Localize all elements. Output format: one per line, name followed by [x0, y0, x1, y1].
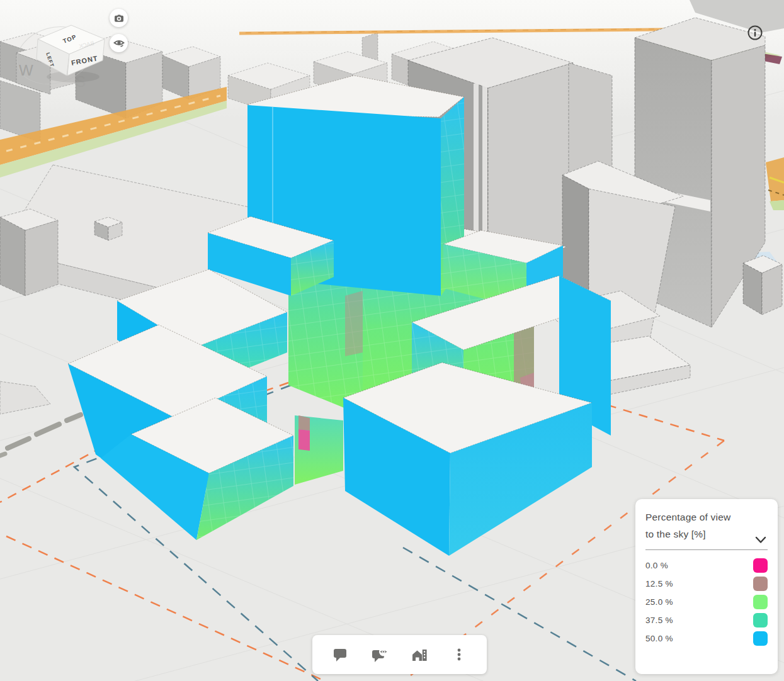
legend-label: 25.0 % [645, 597, 753, 607]
buildings-button[interactable] [409, 644, 430, 665]
info-button[interactable] [747, 25, 763, 41]
legend-row: 37.5 % [645, 611, 768, 629]
legend-swatch-25-percent [753, 595, 768, 609]
viewport[interactable]: W S [0, 0, 784, 681]
legend-label: 0.0 % [645, 561, 753, 570]
comment-icon [331, 646, 349, 663]
legend-label: 50.0 % [645, 634, 753, 643]
legend-title: Percentage of view to the sky [%] [645, 509, 740, 543]
legend-row: 25.0 % [645, 593, 768, 611]
legend-panel: Percentage of view to the sky [%] 0.0 % … [635, 499, 778, 674]
legend-row: 0.0 % [645, 556, 768, 575]
kebab-menu-icon [450, 646, 468, 663]
info-icon [747, 25, 763, 41]
legend-row: 12.5 % [645, 575, 768, 593]
bottom-toolbar [312, 635, 487, 674]
comment-eye-icon [370, 646, 389, 663]
comment-view-button[interactable] [369, 644, 390, 665]
legend-label: 12.5 % [645, 579, 753, 588]
camera-icon [113, 13, 125, 24]
legend-swatch-37-5-percent [753, 613, 768, 628]
view-visibility-button[interactable] [110, 34, 128, 52]
legend-swatch-0-percent [753, 558, 768, 573]
eye-refresh-icon [113, 37, 125, 50]
comment-button[interactable] [329, 644, 351, 665]
city-icon [411, 646, 428, 663]
legend-swatch-12-5-percent [753, 577, 768, 591]
legend-label: 37.5 % [645, 616, 753, 625]
legend-row: 50.0 % [645, 629, 768, 648]
legend-divider [645, 549, 768, 550]
legend-swatch-50-percent [753, 631, 768, 646]
view-cube[interactable]: BACK TOP LEFT FRONT [31, 21, 111, 82]
screenshot-button[interactable] [110, 9, 128, 27]
chevron-down-icon[interactable] [755, 536, 766, 544]
more-options-button[interactable] [448, 644, 470, 665]
